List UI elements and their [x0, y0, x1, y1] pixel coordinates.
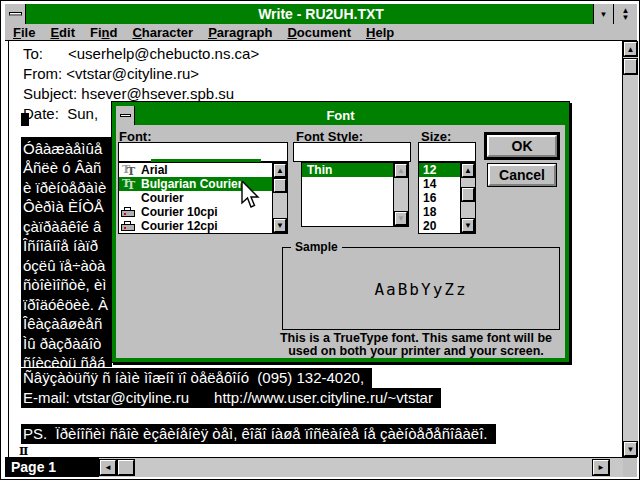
printer-icon	[121, 220, 141, 232]
size-input[interactable]: 12	[418, 142, 476, 162]
font-option-label: Courier 10cpi	[141, 205, 218, 219]
font-option-courier-12cpi[interactable]: Courier 12cpi	[119, 219, 287, 233]
down-arrow-icon: ▼	[464, 221, 472, 230]
up-arrow-icon: ▲	[397, 166, 405, 175]
font-style-input[interactable]: Thin	[293, 142, 411, 162]
size-option-label: 12	[423, 163, 436, 177]
size-option-label: 16	[423, 191, 436, 205]
scroll-up-button[interactable]: ▲	[462, 164, 474, 177]
window-title: Write - RU2UH.TXT	[5, 6, 637, 22]
font-option-label: Courier 12cpi	[141, 219, 218, 233]
mouse-cursor-icon	[241, 181, 263, 215]
selected-line: ïðîäóêöèè. À	[23, 296, 112, 316]
email-date-line: Date: Sun,	[23, 105, 98, 122]
selected-line: çàïðàâêîé â	[23, 218, 112, 238]
email-subject-line: Subject: hsever@hsever.spb.su	[23, 85, 234, 102]
scrollbar-corner	[623, 458, 637, 477]
selection-start-block	[21, 113, 29, 126]
horizontal-scroll-thumb[interactable]	[118, 460, 134, 475]
selected-line: è ïðèíòåðàìè	[23, 179, 112, 199]
selected-text-block[interactable]: Óâàæàåìûå Åñëè ó Âàñ è ïðèíòåðàìè Ôèðìà …	[21, 137, 112, 367]
page-status-label: Page 1	[11, 459, 56, 475]
font-option-label: Arial	[141, 163, 168, 177]
down-arrow-icon: ▼	[622, 14, 630, 21]
scroll-right-button[interactable]: ►	[593, 460, 609, 475]
vertical-scroll-thumb[interactable]	[624, 59, 637, 74]
menu-bar: File Edit Find Character Paragraph Docum…	[5, 24, 637, 41]
scroll-thumb[interactable]	[274, 179, 286, 192]
cancel-button[interactable]: Cancel	[488, 164, 556, 186]
selected-line: Åñëè ó Âàñ	[23, 159, 112, 179]
size-option-label: 14	[423, 177, 436, 191]
size-list-scrollbar[interactable]: ▲ ▼	[460, 163, 475, 233]
menu-edit[interactable]: Edit	[50, 25, 75, 40]
selected-line: Îñíîâíîå íàïð	[23, 237, 112, 257]
email-from-line: From: <vtstar@cityline.ru>	[23, 65, 199, 82]
scroll-down-button[interactable]: ▼	[462, 219, 474, 232]
scroll-up-button[interactable]: ▲	[624, 42, 637, 56]
menu-file[interactable]: File	[13, 25, 35, 40]
left-arrow-icon: ◄	[104, 463, 112, 472]
font-name-input[interactable]: Bulgarian Courier	[118, 142, 288, 162]
write-app-window: Write - RU2UH.TXT ▼ ▲ ▼ File Edit Find C…	[0, 0, 640, 480]
down-arrow-icon: ▼	[600, 11, 608, 18]
scroll-down-button[interactable]: ▼	[274, 219, 286, 232]
font-list-scrollbar[interactable]: ▲ ▼	[272, 163, 287, 233]
down-arrow-icon: ▼	[276, 221, 284, 230]
menu-document[interactable]: Document	[287, 25, 351, 40]
scroll-up-button-disabled: ▲	[395, 164, 407, 177]
selected-phone-line[interactable]: Ñâÿçàòüñÿ ñ íàìè ìîæíî ïî òåëåôîíó (095)…	[21, 368, 372, 388]
down-arrow-icon: ▼	[627, 445, 635, 454]
vertical-scrollbar[interactable]: ▲ ▼	[622, 41, 638, 457]
sample-group-label: Sample	[291, 240, 342, 254]
restore-button[interactable]: ▲ ▼	[613, 4, 637, 24]
scroll-left-button[interactable]: ◄	[100, 460, 116, 475]
style-list-scrollbar[interactable]: ▲ ▼	[393, 163, 408, 226]
up-arrow-icon: ▲	[276, 166, 284, 175]
sample-group: Sample AaBbYyZz	[282, 247, 560, 330]
truetype-icon: TT	[121, 178, 141, 190]
minimize-button[interactable]: ▼	[593, 4, 613, 24]
selected-line: Ôèðìà ÈÍÒÅ	[23, 198, 112, 218]
menu-paragraph[interactable]: Paragraph	[208, 25, 272, 40]
scroll-up-button[interactable]: ▲	[274, 164, 286, 177]
font-option-arial[interactable]: TT Arial	[119, 163, 287, 177]
selected-ps-line[interactable]: PS. Ïðèíîñèì ñâîè èçâèíåíèÿ òåì, êîãî íà…	[21, 424, 496, 444]
ok-button[interactable]: OK	[487, 135, 557, 157]
size-option-label: 20	[423, 219, 436, 233]
font-style-list[interactable]: Thin ▲ ▼	[301, 162, 409, 227]
font-dialog-title-bar: Font	[116, 106, 565, 125]
no-icon	[121, 192, 141, 204]
title-bar: Write - RU2UH.TXT ▼ ▲ ▼	[5, 4, 637, 24]
selected-line: ñòîèìîñòè, èì	[23, 276, 112, 296]
size-option-label: 18	[423, 205, 436, 219]
font-option-label: Courier	[141, 191, 184, 205]
selected-line: óçëû ïå÷àòà	[23, 257, 112, 277]
down-arrow-icon: ▼	[397, 214, 405, 223]
horizontal-scrollbar[interactable]: ◄ ►	[99, 457, 637, 477]
up-arrow-icon: ▲	[464, 166, 472, 175]
selected-line: Îêàçàâøèåñ	[23, 315, 112, 335]
truetype-note: This is a TrueType font. This same font …	[261, 332, 571, 358]
menu-help[interactable]: Help	[366, 25, 394, 40]
dialog-title: Font	[116, 108, 565, 123]
selected-line: Ìû ðàçðàáîò	[23, 335, 112, 355]
size-list[interactable]: 12 14 16 18 20 ▲ ▼	[418, 162, 476, 234]
document-left-border	[8, 41, 9, 457]
menu-character[interactable]: Character	[132, 25, 193, 40]
email-to-line: To: <userhelp@chebucto.ns.ca>	[23, 45, 259, 62]
selected-email-line[interactable]: E-mail: vtstar@cityline.ru http://www.us…	[21, 388, 441, 408]
printer-icon	[121, 206, 141, 218]
sample-text: AaBbYyZz	[283, 280, 559, 299]
selected-line: ñíèçèòü ñåá	[23, 354, 112, 367]
style-option-label: Thin	[307, 163, 332, 177]
truetype-icon: TT	[121, 164, 141, 176]
right-arrow-icon: ►	[597, 463, 605, 472]
menu-find[interactable]: Find	[90, 25, 117, 40]
page-status: Page 1	[5, 457, 99, 477]
scroll-down-button-disabled: ▼	[395, 212, 407, 225]
up-arrow-icon: ▲	[627, 45, 635, 54]
scroll-down-button[interactable]: ▼	[624, 442, 637, 456]
scroll-thumb[interactable]	[462, 188, 474, 201]
selected-line: Óâàæàåìûå	[23, 140, 112, 160]
